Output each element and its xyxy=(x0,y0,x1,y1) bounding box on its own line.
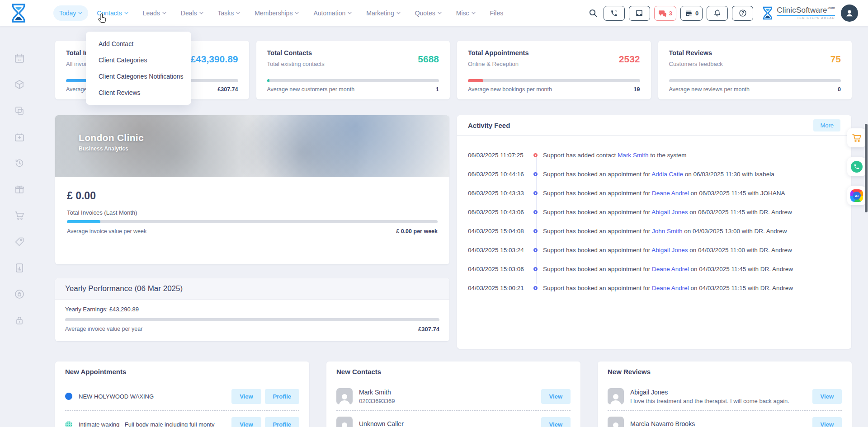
activity-contact-link[interactable]: Deane Andrel xyxy=(652,266,689,272)
nav-item[interactable]: Automation xyxy=(307,5,358,21)
dialer-button[interactable] xyxy=(604,6,625,21)
timeline-dot-icon xyxy=(533,210,538,214)
activity-contact-link[interactable]: John Smith xyxy=(652,228,683,235)
activity-entry: 04/03/2025 15:00:21 Support has booked a… xyxy=(468,278,840,297)
activity-contact-link[interactable]: Mark Smith xyxy=(618,152,648,159)
report-icon[interactable] xyxy=(14,262,25,274)
quick-call-button[interactable] xyxy=(847,157,866,176)
nav-item-label: Deals xyxy=(181,9,197,17)
stat-value: 75 xyxy=(830,54,841,67)
help-button[interactable] xyxy=(732,6,753,21)
nav-item[interactable]: Marketing xyxy=(360,5,406,21)
notifications-button[interactable] xyxy=(707,6,728,21)
view-button[interactable]: View xyxy=(541,389,571,404)
activity-contact-link[interactable]: Addia Catie xyxy=(651,171,683,178)
ai-assistant-button[interactable]: AI xyxy=(847,186,866,205)
timeline-dot-icon xyxy=(533,172,538,176)
nav-item[interactable]: Deals xyxy=(175,5,209,21)
inbox-button[interactable] xyxy=(629,6,650,21)
dropdown-menu-item[interactable]: Client Categories xyxy=(86,52,191,68)
activity-text: Support has booked an appointment for Ab… xyxy=(543,209,792,216)
left-icon-rail: 12 xyxy=(14,52,25,326)
appointment-label: Intimate waxing - Full body male includi… xyxy=(79,421,225,427)
user-avatar[interactable] xyxy=(841,5,858,22)
nav-item-label: Automation xyxy=(313,9,345,17)
nav-item[interactable]: Quotes xyxy=(409,5,448,21)
cart-icon[interactable] xyxy=(14,210,25,221)
booking-calendar-icon[interactable] xyxy=(14,131,25,143)
app-logo-hourglass-icon[interactable] xyxy=(10,3,27,23)
appointment-label: NEW HOLYWOOD WAXING xyxy=(79,393,225,400)
history-icon[interactable] xyxy=(14,157,25,169)
phone-icon xyxy=(610,9,618,17)
store-button[interactable]: 0 xyxy=(680,6,703,21)
profile-button[interactable]: Profile xyxy=(265,417,299,427)
clinicsoftware-brand-logo: ClinicSoftware.com TEN STEPS AHEAD xyxy=(762,6,835,20)
bottom-row: New Appointments NEW HOLYWOOD WAXING Vie… xyxy=(55,361,852,427)
stat-card[interactable]: Total Contacts Total existing contacts 5… xyxy=(256,41,450,99)
contact-row: Unknown Caller View xyxy=(336,410,571,427)
timeline-dot-icon xyxy=(533,248,538,252)
nav-item[interactable]: Contacts xyxy=(91,5,134,21)
stat-card[interactable]: Total Appointments Online & Reception 25… xyxy=(457,41,651,99)
nav-item[interactable]: Files xyxy=(484,5,509,21)
avatar-placeholder xyxy=(608,388,624,404)
stat-progress-track xyxy=(669,79,841,82)
activity-timestamp: 04/03/2025 15:03:24 xyxy=(468,247,529,253)
contacts-dropdown-menu: Add Contact Client Categories Client Cat… xyxy=(86,32,191,105)
contact-row: Mark Smith 02033693369 View xyxy=(336,382,571,410)
svg-text:12: 12 xyxy=(18,58,21,61)
nav-item-label: Files xyxy=(490,9,504,17)
activity-more-button[interactable]: More xyxy=(813,119,840,131)
activity-contact-link[interactable]: Abigail Jones xyxy=(651,247,688,253)
lock-icon[interactable] xyxy=(14,314,25,326)
view-button[interactable]: View xyxy=(231,417,261,427)
chat-button[interactable]: 3 xyxy=(654,6,676,21)
cart-icon xyxy=(851,132,862,143)
chevron-down-icon xyxy=(396,12,401,14)
nav-item[interactable]: Leads xyxy=(137,5,172,21)
monthly-progress-track xyxy=(67,220,438,223)
gift-icon[interactable] xyxy=(14,183,25,195)
stat-card[interactable]: Total Reviews Customers feedback 75 Aver… xyxy=(658,41,852,99)
stat-subtitle: Total existing contacts xyxy=(267,61,325,67)
user-icon xyxy=(844,8,854,18)
monthly-progress-fill xyxy=(67,220,100,223)
nav-item[interactable]: Today xyxy=(53,5,88,21)
price-tag-icon[interactable] xyxy=(14,236,25,248)
copy-icon[interactable] xyxy=(14,105,25,117)
avatar-placeholder xyxy=(336,417,353,427)
activity-text: Support has booked an appointment for Jo… xyxy=(543,228,787,235)
search-icon[interactable] xyxy=(587,7,599,19)
help-icon xyxy=(739,9,747,17)
activity-feed-card: Activity Feed More 06/03/2025 11:07:25 S… xyxy=(457,115,851,349)
activity-contact-link[interactable]: Deane Andrel xyxy=(652,190,689,197)
activity-text-pre: Support has booked an appointment for xyxy=(543,228,652,235)
nav-item[interactable]: Memberships xyxy=(249,5,305,21)
quick-cart-button[interactable] xyxy=(847,128,866,147)
dropdown-menu-item[interactable]: Client Categories Notifications xyxy=(86,68,191,84)
nav-item-label: Misc xyxy=(456,9,469,17)
view-button[interactable]: View xyxy=(231,389,261,404)
secure-account-icon[interactable] xyxy=(14,288,25,300)
view-button[interactable]: View xyxy=(812,417,842,427)
view-button[interactable]: View xyxy=(812,389,842,404)
dropdown-menu-item[interactable]: Client Reviews xyxy=(86,84,191,101)
view-button[interactable]: View xyxy=(541,417,571,427)
dropdown-menu-item[interactable]: Add Contact xyxy=(86,36,191,52)
header-actions: 3 0 ClinicSoftware.com TEN STEPS AHEAD xyxy=(587,5,858,22)
nav-item[interactable]: Tasks xyxy=(212,5,246,21)
calendar-icon[interactable]: 12 xyxy=(14,52,25,64)
stat-footer-label: Average new reviews per month xyxy=(669,86,750,93)
profile-button[interactable]: Profile xyxy=(265,389,299,404)
package-icon[interactable] xyxy=(14,79,25,90)
activity-entry: 06/03/2025 10:43:06 Support has booked a… xyxy=(468,202,840,221)
stat-progress-fill xyxy=(66,79,87,82)
nav-item[interactable]: Misc xyxy=(450,5,481,21)
activity-text-pre: Support has booked an appointment for xyxy=(543,209,651,216)
nav-item-label: Contacts xyxy=(97,9,122,17)
activity-contact-link[interactable]: Deane Andrel xyxy=(652,285,689,291)
activity-contact-link[interactable]: Abigail Jones xyxy=(651,209,688,216)
inbox-icon xyxy=(635,9,643,17)
scrollbar-thumb[interactable] xyxy=(865,124,868,212)
